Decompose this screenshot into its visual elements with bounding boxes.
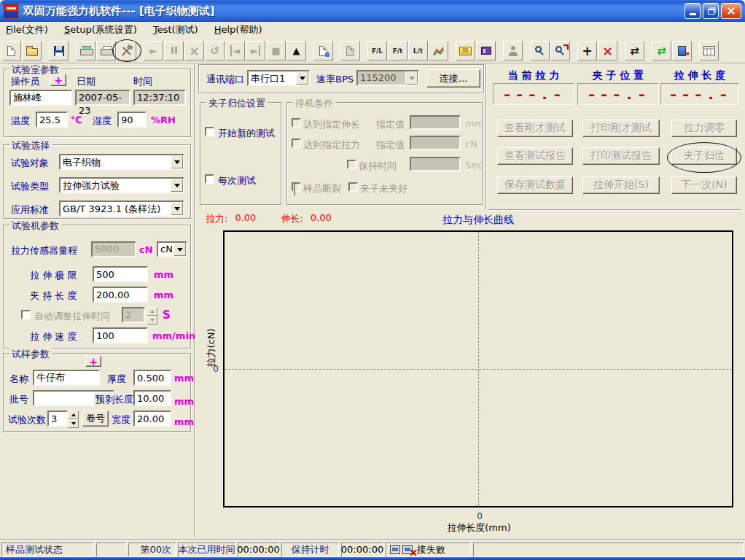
grid-button[interactable] bbox=[699, 41, 719, 61]
speed-label: 拉 伸 速 度 bbox=[30, 330, 77, 343]
roll-number-button[interactable]: 卷号 bbox=[82, 411, 109, 427]
print-report-button[interactable] bbox=[76, 41, 95, 61]
test-count-spinner[interactable] bbox=[68, 411, 79, 427]
curve-fl-button[interactable]: F/L bbox=[367, 41, 387, 61]
hold-label-cell: 保持计时 bbox=[281, 542, 339, 557]
force-zero-button[interactable]: 拉力调零 bbox=[671, 120, 737, 137]
width-input[interactable] bbox=[133, 411, 171, 427]
test-type-select[interactable]: 拉伸强力试验 bbox=[59, 177, 184, 193]
open-file-button[interactable] bbox=[22, 41, 42, 61]
pause-button[interactable] bbox=[164, 41, 184, 61]
clamp-position-header: 夹 子 位 置 bbox=[577, 69, 659, 82]
report-button[interactable] bbox=[340, 41, 360, 61]
tools-button[interactable] bbox=[117, 41, 136, 61]
curve-color-button[interactable] bbox=[429, 41, 448, 61]
clamp-home-button[interactable]: 夹子归位 bbox=[671, 147, 737, 165]
add-button[interactable]: + bbox=[577, 41, 597, 61]
stop-button[interactable]: ■ bbox=[266, 41, 286, 61]
toolbar: ► × ↺ ◄ ► ■ ▲ F/L F/t L/t ✉ + × ⇄ ⇄ bbox=[0, 39, 745, 63]
raise-button[interactable]: ▲ bbox=[286, 41, 306, 61]
connect-button[interactable]: 连接... bbox=[426, 69, 480, 88]
sensor-unit-dropdown-button[interactable] bbox=[173, 243, 186, 256]
menu-setup[interactable]: Setup(系统设置) bbox=[64, 23, 137, 36]
restore-icon bbox=[708, 9, 714, 15]
menu-test[interactable]: Test(测试) bbox=[153, 23, 198, 36]
menu-file[interactable]: File(文件) bbox=[6, 23, 48, 36]
menu-help[interactable]: Help(帮助) bbox=[214, 23, 262, 36]
thickness-input[interactable] bbox=[133, 370, 171, 386]
chevron-down-icon bbox=[177, 248, 183, 254]
start-tensile-button[interactable]: 拉伸开始(S) bbox=[582, 176, 660, 194]
operator-input[interactable] bbox=[9, 90, 72, 106]
save-data-button[interactable]: 保存测试数据 bbox=[497, 176, 573, 194]
add-sample-button[interactable]: + bbox=[85, 356, 101, 367]
temperature-input[interactable] bbox=[36, 112, 68, 128]
curve-ft-button[interactable]: F/t bbox=[388, 41, 407, 61]
sample-name-label: 名称 bbox=[9, 373, 28, 386]
spin-up-icon[interactable] bbox=[68, 411, 79, 419]
test-object-dropdown-button[interactable] bbox=[171, 155, 183, 168]
next-test-button[interactable]: 下一次(N) bbox=[671, 176, 737, 194]
limit-input[interactable] bbox=[93, 266, 148, 282]
grip-length-input[interactable] bbox=[93, 287, 148, 303]
minimize-icon bbox=[690, 13, 696, 15]
grip-length-unit: mm bbox=[154, 289, 173, 300]
every-test-checkbox[interactable] bbox=[205, 174, 214, 184]
minimize-button[interactable] bbox=[684, 3, 701, 19]
right-panel-bottom-divider bbox=[488, 209, 741, 211]
abort-button[interactable]: × bbox=[184, 41, 204, 61]
close-button[interactable]: × bbox=[721, 3, 741, 19]
view-last-test-button[interactable]: 查看刚才测试 bbox=[497, 120, 573, 137]
delete-button[interactable]: × bbox=[598, 41, 617, 61]
test-type-dropdown-button[interactable] bbox=[171, 179, 183, 192]
peel-length-input[interactable] bbox=[133, 390, 171, 406]
swap-button[interactable]: ⇄ bbox=[625, 41, 644, 61]
connection-status-text: 接失败 bbox=[417, 543, 445, 556]
spin-up-icon[interactable] bbox=[147, 307, 157, 316]
mail-button[interactable]: ✉ bbox=[456, 41, 475, 61]
print-button[interactable] bbox=[96, 41, 116, 61]
help-book-icon bbox=[481, 47, 491, 55]
print-report-button-2[interactable]: 打印测试报告 bbox=[582, 147, 660, 165]
user-button[interactable] bbox=[503, 41, 523, 61]
spin-down-icon[interactable] bbox=[147, 316, 157, 324]
export-button[interactable] bbox=[313, 41, 333, 61]
clamp-position-display: ---.- bbox=[577, 83, 659, 105]
humidity-input[interactable] bbox=[117, 112, 147, 128]
new-file-button[interactable] bbox=[1, 41, 21, 61]
add-operator-button[interactable]: + bbox=[50, 74, 66, 86]
curve-lt-button[interactable]: L/t bbox=[408, 41, 428, 61]
transfer-button[interactable]: ⇄ bbox=[652, 41, 671, 61]
spin-down-icon[interactable] bbox=[68, 419, 79, 428]
play-button[interactable]: ► bbox=[144, 41, 163, 61]
view-report-button[interactable]: 查看测试报告 bbox=[497, 147, 573, 165]
save-icon bbox=[54, 46, 64, 56]
reset-button[interactable]: ↺ bbox=[205, 41, 225, 61]
clamp-loose-label: 夹子未夹好 bbox=[360, 182, 407, 195]
restore-button[interactable] bbox=[703, 3, 719, 19]
comm-port-select[interactable]: 串行口1 bbox=[247, 70, 310, 86]
comm-port-dropdown-button[interactable] bbox=[296, 71, 308, 85]
auto-adjust-spinner[interactable] bbox=[147, 307, 157, 323]
left-panel-divider bbox=[194, 64, 195, 538]
speed-input[interactable] bbox=[93, 327, 148, 343]
new-test-checkbox[interactable] bbox=[205, 127, 214, 136]
standard-select[interactable]: GB/T 3923.1 (条样法) bbox=[59, 201, 184, 217]
test-object-select[interactable]: 电子织物 bbox=[59, 154, 184, 170]
save-button[interactable] bbox=[49, 41, 69, 61]
step-forward-button[interactable]: ► bbox=[246, 41, 265, 61]
elongation-stop-checkbox bbox=[292, 118, 301, 128]
report-icon bbox=[346, 46, 354, 56]
help-book-button[interactable] bbox=[476, 41, 496, 61]
sample-name-input[interactable] bbox=[33, 370, 100, 386]
zoom-button[interactable] bbox=[530, 41, 550, 61]
print-last-test-button[interactable]: 打印刚才测试 bbox=[582, 120, 660, 137]
exit-button[interactable] bbox=[672, 41, 692, 61]
sensor-unit-select[interactable]: cN bbox=[157, 241, 187, 257]
zoom-plus-button[interactable] bbox=[550, 41, 570, 61]
auto-adjust-checkbox[interactable] bbox=[21, 310, 31, 319]
comm-port-label: 通讯端口 bbox=[206, 73, 244, 86]
standard-dropdown-button[interactable] bbox=[171, 202, 183, 215]
test-count-input[interactable] bbox=[47, 411, 68, 427]
step-back-button[interactable]: ◄ bbox=[225, 41, 245, 61]
